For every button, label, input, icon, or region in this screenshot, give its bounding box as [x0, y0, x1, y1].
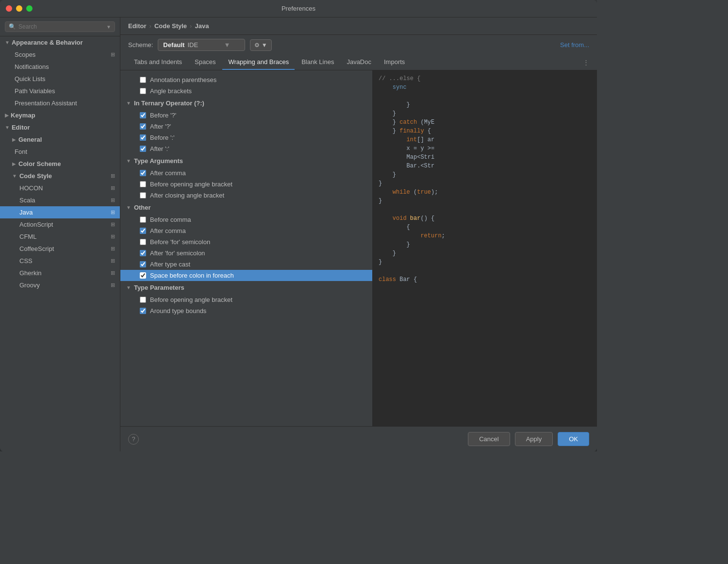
sidebar-item-keymap[interactable]: ▶ Keymap: [0, 109, 120, 121]
check-before-opening-angle[interactable]: Before opening angle bracket: [120, 179, 372, 190]
check-label: Annotation parentheses: [150, 76, 216, 83]
check-after-closing-angle[interactable]: After closing angle bracket: [120, 190, 372, 201]
sidebar-item-appearance-behavior[interactable]: ▼ Appearance & Behavior: [0, 36, 120, 49]
check-other-before-comma[interactable]: Before comma: [120, 214, 372, 225]
checkbox-before-for-semicolon[interactable]: [140, 239, 146, 245]
checkbox-after-closing-angle[interactable]: [140, 192, 146, 199]
sidebar-item-notifications[interactable]: Notifications: [0, 61, 120, 73]
checkbox-before-colon[interactable]: [140, 134, 146, 141]
sidebar-item-path-variables[interactable]: Path Variables: [0, 85, 120, 97]
sidebar-item-quick-lists[interactable]: Quick Lists: [0, 73, 120, 85]
sidebar-item-editor[interactable]: ▼ Editor: [0, 121, 120, 133]
checkbox-angle-brackets[interactable]: [140, 88, 146, 94]
check-angle-brackets[interactable]: Angle brackets: [120, 85, 372, 97]
gear-button[interactable]: ⚙ ▼: [250, 39, 271, 51]
sidebar-item-label: Scopes: [15, 51, 35, 58]
search-wrap[interactable]: 🔍 ▼: [5, 21, 115, 32]
check-tp-around-type-bounds[interactable]: Around type bounds: [120, 305, 372, 316]
section-type-arguments[interactable]: ▼ Type Arguments: [120, 154, 372, 167]
section-expand-icon: ▼: [126, 205, 131, 210]
check-after-question[interactable]: After '?': [120, 121, 372, 132]
sidebar-item-label: Scala: [19, 197, 35, 204]
sidebar-item-color-scheme[interactable]: ▶ Color Scheme: [0, 158, 120, 170]
check-type-args-after-comma[interactable]: After comma: [120, 167, 372, 179]
checkbox-after-type-cast[interactable]: [140, 261, 146, 267]
check-space-before-colon-foreach[interactable]: Space before colon in foreach: [120, 270, 372, 281]
expand-icon: ▶: [12, 161, 16, 166]
tabs-overflow-button[interactable]: ⋮: [583, 59, 589, 66]
tab-blank-lines[interactable]: Blank Lines: [296, 55, 340, 70]
check-label: After ':': [150, 145, 169, 152]
code-line: }: [379, 197, 591, 205]
sidebar-item-actionscript[interactable]: ActionScript ⊞: [0, 218, 120, 231]
sidebar-item-scopes[interactable]: Scopes ⊞: [0, 49, 120, 61]
check-label: After closing angle bracket: [150, 192, 224, 199]
tab-wrapping-and-braces[interactable]: Wrapping and Braces: [222, 55, 295, 70]
sidebar-item-java[interactable]: Java ⊞: [0, 206, 120, 218]
checkbox-tp-around-type-bounds[interactable]: [140, 308, 146, 314]
section-type-parameters[interactable]: ▼ Type Parameters: [120, 281, 372, 294]
set-from-link[interactable]: Set from...: [560, 41, 589, 49]
copy-icon: ⊞: [111, 209, 115, 216]
sidebar-item-hocon[interactable]: HOCON ⊞: [0, 182, 120, 194]
sidebar-item-font[interactable]: Font: [0, 146, 120, 158]
sidebar-item-label: Font: [15, 148, 27, 155]
help-icon: ?: [132, 435, 135, 443]
minimize-button[interactable]: [16, 5, 22, 12]
ok-button[interactable]: OK: [558, 432, 589, 446]
check-label: Before opening angle bracket: [150, 296, 232, 303]
check-before-colon[interactable]: Before ':': [120, 132, 372, 143]
cancel-button[interactable]: Cancel: [468, 432, 510, 446]
section-other[interactable]: ▼ Other: [120, 201, 372, 214]
sidebar-item-label: General: [18, 136, 42, 143]
checkbox-before-question[interactable]: [140, 112, 146, 118]
checkbox-before-opening-angle[interactable]: [140, 181, 146, 187]
checkbox-other-before-comma[interactable]: [140, 216, 146, 223]
tab-spaces[interactable]: Spaces: [189, 55, 221, 70]
check-before-for-semicolon[interactable]: Before 'for' semicolon: [120, 236, 372, 248]
sidebar-item-code-style[interactable]: ▼ Code Style ⊞: [0, 170, 120, 182]
help-button[interactable]: ?: [128, 434, 139, 445]
tab-javadoc[interactable]: JavaDoc: [341, 55, 377, 70]
sidebar-item-gherkin[interactable]: Gherkin ⊞: [0, 267, 120, 279]
maximize-button[interactable]: [26, 5, 33, 12]
check-after-type-cast[interactable]: After type cast: [120, 259, 372, 270]
sidebar-item-label: CFML: [19, 233, 36, 240]
check-tp-before-opening-angle[interactable]: Before opening angle bracket: [120, 294, 372, 305]
checkbox-after-colon[interactable]: [140, 146, 146, 152]
check-after-for-semicolon[interactable]: After 'for' semicolon: [120, 248, 372, 259]
checkbox-after-question[interactable]: [140, 123, 146, 130]
code-line: void bar() {: [379, 214, 591, 223]
section-ternary-operator[interactable]: ▼ In Ternary Operator (?:): [120, 97, 372, 110]
close-button[interactable]: [6, 5, 12, 12]
code-line: class Bar {: [379, 275, 591, 284]
sidebar-item-css[interactable]: CSS ⊞: [0, 255, 120, 267]
check-before-question[interactable]: Before '?': [120, 110, 372, 121]
sidebar-item-coffeescript[interactable]: CoffeeScript ⊞: [0, 243, 120, 255]
sidebar-item-cfml[interactable]: CFML ⊞: [0, 231, 120, 243]
sidebar-item-groovy[interactable]: Groovy ⊞: [0, 279, 120, 291]
apply-button[interactable]: Apply: [515, 432, 553, 446]
checkbox-type-args-after-comma[interactable]: [140, 170, 146, 176]
checkbox-space-before-colon-foreach[interactable]: [140, 272, 146, 279]
sidebar-item-presentation-assistant[interactable]: Presentation Assistant: [0, 97, 120, 109]
tab-tabs-and-indents[interactable]: Tabs and Indents: [128, 55, 188, 70]
check-annotation-parentheses[interactable]: Annotation parentheses: [120, 74, 372, 85]
check-label: Before 'for' semicolon: [150, 238, 210, 246]
section-expand-icon: ▼: [126, 285, 131, 290]
tab-imports[interactable]: Imports: [378, 55, 411, 70]
sidebar-scroll[interactable]: ▼ Appearance & Behavior Scopes ⊞ Notific…: [0, 36, 120, 451]
check-after-colon[interactable]: After ':': [120, 143, 372, 154]
check-other-after-comma[interactable]: After comma: [120, 225, 372, 236]
checkbox-other-after-comma[interactable]: [140, 228, 146, 234]
search-input[interactable]: [18, 23, 104, 30]
sidebar-item-general[interactable]: ▶ General: [0, 133, 120, 146]
sidebar-item-label: Notifications: [15, 63, 49, 70]
checkbox-after-for-semicolon[interactable]: [140, 250, 146, 256]
sidebar-item-label: Color Scheme: [18, 160, 61, 167]
scheme-dropdown[interactable]: Default IDE ▼: [158, 39, 245, 51]
checkbox-tp-before-opening-angle[interactable]: [140, 297, 146, 303]
sidebar-item-label: Java: [19, 209, 33, 216]
sidebar-item-scala[interactable]: Scala ⊞: [0, 194, 120, 206]
checkbox-annotation-parentheses[interactable]: [140, 77, 146, 83]
